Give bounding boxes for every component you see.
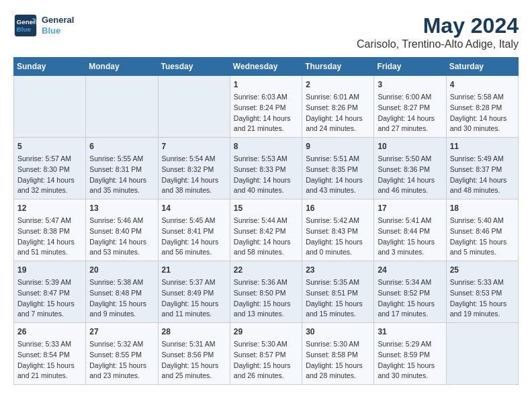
cell-content: and 48 minutes. — [450, 185, 515, 196]
calendar-cell: 28Sunrise: 5:31 AMSunset: 8:56 PMDayligh… — [158, 323, 230, 385]
cell-content: Sunset: 8:26 PM — [306, 103, 370, 113]
calendar-cell: 21Sunrise: 5:37 AMSunset: 8:49 PMDayligh… — [158, 261, 230, 323]
calendar-cell: 1Sunrise: 6:03 AMSunset: 8:24 PMDaylight… — [230, 76, 302, 138]
cell-content: and 15 minutes. — [306, 309, 370, 320]
cell-content: Daylight: 14 hours — [378, 113, 442, 124]
logo-line1: General — [42, 15, 74, 26]
main-title: May 2024 — [357, 13, 519, 38]
day-number: 9 — [306, 140, 370, 152]
cell-content: Sunset: 8:36 PM — [378, 165, 442, 175]
cell-content: and 46 minutes. — [378, 185, 442, 196]
day-number: 19 — [17, 264, 82, 276]
cell-content: Sunset: 8:35 PM — [306, 165, 370, 175]
day-number: 14 — [162, 202, 226, 214]
day-number: 25 — [450, 264, 515, 276]
cell-content: Daylight: 15 hours — [234, 299, 298, 310]
cell-content: Sunset: 8:31 PM — [89, 165, 154, 175]
calendar-week-row: 19Sunrise: 5:39 AMSunset: 8:47 PMDayligh… — [14, 261, 519, 323]
cell-content: and 21 minutes. — [234, 124, 298, 134]
day-number: 7 — [162, 140, 226, 152]
cell-content: Sunset: 8:33 PM — [234, 165, 298, 175]
day-number: 2 — [306, 79, 370, 91]
cell-content: and 5 minutes. — [450, 247, 515, 258]
weekday-header: Wednesday — [230, 58, 302, 76]
cell-content: Daylight: 14 hours — [306, 175, 370, 186]
day-number: 3 — [378, 79, 442, 91]
weekday-header-row: SundayMondayTuesdayWednesdayThursdayFrid… — [14, 58, 519, 76]
cell-content: and 35 minutes. — [89, 185, 154, 196]
cell-content: Sunset: 8:32 PM — [162, 165, 226, 175]
calendar-cell: 20Sunrise: 5:38 AMSunset: 8:48 PMDayligh… — [86, 261, 158, 323]
cell-content: Daylight: 14 hours — [450, 175, 515, 186]
day-number: 31 — [378, 326, 442, 338]
cell-content: Sunrise: 5:44 AM — [234, 216, 298, 226]
cell-content: Daylight: 14 hours — [17, 175, 82, 186]
day-number: 29 — [234, 326, 298, 338]
logo-text: General Blue — [42, 15, 74, 36]
cell-content: and 11 minutes. — [162, 309, 226, 320]
cell-content: Daylight: 14 hours — [306, 113, 370, 124]
calendar-cell: 8Sunrise: 5:53 AMSunset: 8:33 PMDaylight… — [230, 138, 302, 199]
calendar-cell: 22Sunrise: 5:36 AMSunset: 8:50 PMDayligh… — [230, 261, 302, 323]
cell-content: and 25 minutes. — [162, 371, 226, 381]
cell-content: and 56 minutes. — [162, 247, 226, 258]
cell-content: Sunrise: 5:51 AM — [306, 154, 370, 165]
cell-content: Daylight: 14 hours — [450, 113, 515, 124]
cell-content: and 30 minutes. — [450, 124, 515, 134]
day-number: 12 — [17, 202, 82, 214]
day-number: 15 — [234, 202, 298, 214]
cell-content: and 17 minutes. — [378, 309, 442, 320]
cell-content: and 21 minutes. — [17, 371, 82, 381]
cell-content: and 38 minutes. — [162, 185, 226, 196]
day-number: 18 — [450, 202, 515, 214]
cell-content: Sunrise: 5:55 AM — [89, 154, 154, 165]
cell-content: Daylight: 15 hours — [306, 299, 370, 310]
cell-content: Daylight: 15 hours — [450, 299, 515, 310]
cell-content: Sunrise: 5:54 AM — [162, 154, 226, 165]
cell-content: Sunset: 8:57 PM — [234, 350, 298, 361]
cell-content: Sunset: 8:47 PM — [17, 288, 82, 299]
cell-content: Sunset: 8:53 PM — [450, 288, 515, 299]
calendar-cell: 12Sunrise: 5:47 AMSunset: 8:38 PMDayligh… — [14, 199, 86, 261]
calendar-cell: 4Sunrise: 5:58 AMSunset: 8:28 PMDaylight… — [446, 76, 518, 138]
cell-content: Daylight: 14 hours — [89, 237, 154, 248]
cell-content: Sunrise: 6:03 AM — [234, 92, 298, 103]
cell-content: Sunrise: 5:57 AM — [17, 154, 82, 165]
logo-line2: Blue — [42, 26, 74, 36]
cell-content: Sunset: 8:38 PM — [17, 226, 82, 237]
cell-content: and 9 minutes. — [89, 309, 154, 320]
calendar-cell: 29Sunrise: 5:30 AMSunset: 8:57 PMDayligh… — [230, 323, 302, 385]
page-header: General Blue General Blue May 2024 Caris… — [13, 13, 519, 50]
calendar-cell — [14, 76, 86, 138]
cell-content: and 0 minutes. — [306, 247, 370, 258]
weekday-header: Thursday — [302, 58, 374, 76]
cell-content: and 58 minutes. — [234, 247, 298, 258]
cell-content: Sunrise: 5:39 AM — [17, 277, 82, 288]
cell-content: Sunset: 8:56 PM — [162, 350, 226, 361]
day-number: 20 — [89, 264, 154, 276]
cell-content: Sunrise: 5:50 AM — [378, 154, 442, 165]
calendar-cell: 18Sunrise: 5:40 AMSunset: 8:46 PMDayligh… — [446, 199, 518, 261]
cell-content: Sunset: 8:58 PM — [306, 350, 370, 361]
cell-content: Sunset: 8:30 PM — [17, 165, 82, 175]
cell-content: Daylight: 15 hours — [89, 299, 154, 310]
cell-content: Sunset: 8:37 PM — [450, 165, 515, 175]
calendar-cell: 31Sunrise: 5:29 AMSunset: 8:59 PMDayligh… — [374, 323, 446, 385]
cell-content: and 32 minutes. — [17, 185, 82, 196]
calendar-cell: 30Sunrise: 5:30 AMSunset: 8:58 PMDayligh… — [302, 323, 374, 385]
cell-content: Sunset: 8:40 PM — [89, 226, 154, 237]
cell-content: Sunrise: 5:41 AM — [378, 216, 442, 226]
calendar-cell: 9Sunrise: 5:51 AMSunset: 8:35 PMDaylight… — [302, 138, 374, 199]
calendar-cell: 17Sunrise: 5:41 AMSunset: 8:44 PMDayligh… — [374, 199, 446, 261]
cell-content: and 3 minutes. — [378, 247, 442, 258]
cell-content: Sunset: 8:50 PM — [234, 288, 298, 299]
cell-content: Sunset: 8:24 PM — [234, 103, 298, 113]
cell-content: Daylight: 14 hours — [234, 175, 298, 186]
cell-content: Sunrise: 5:33 AM — [17, 339, 82, 350]
cell-content: Sunrise: 5:46 AM — [89, 216, 154, 226]
cell-content: Sunrise: 5:31 AM — [162, 339, 226, 350]
cell-content: Sunrise: 5:49 AM — [450, 154, 515, 165]
cell-content: Daylight: 15 hours — [378, 361, 442, 371]
day-number: 5 — [17, 140, 82, 152]
cell-content: Sunrise: 5:47 AM — [17, 216, 82, 226]
